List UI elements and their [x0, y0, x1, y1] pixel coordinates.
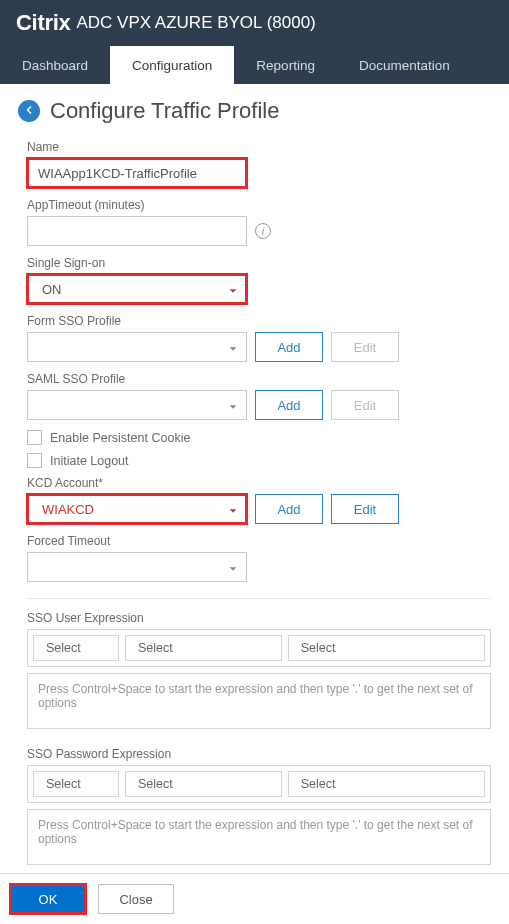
forced-timeout-select[interactable]	[27, 552, 247, 582]
info-icon[interactable]: i	[255, 223, 271, 239]
sso-user-expr-select-2[interactable]: Select	[125, 635, 282, 661]
sso-user-expr-builder: Select Select Select	[27, 629, 491, 667]
sso-value: ON	[42, 282, 62, 297]
samlsso-label: SAML SSO Profile	[27, 372, 491, 386]
chevron-down-icon	[228, 400, 238, 410]
tab-reporting[interactable]: Reporting	[234, 46, 337, 84]
initiate-logout-label: Initiate Logout	[50, 454, 129, 468]
kcd-edit-button[interactable]: Edit	[331, 494, 399, 524]
samlsso-select[interactable]	[27, 390, 247, 420]
kcd-select[interactable]: WIAKCD	[27, 494, 247, 524]
kcd-label: KCD Account*	[27, 476, 491, 490]
sso-pwd-expr-select-1[interactable]: Select	[33, 771, 119, 797]
footer-bar: OK Close	[0, 873, 509, 924]
close-button[interactable]: Close	[98, 884, 174, 914]
sso-pwd-expr-select-3[interactable]: Select	[288, 771, 485, 797]
divider	[27, 598, 491, 599]
persistent-cookie-checkbox[interactable]	[27, 430, 42, 445]
apptimeout-input[interactable]	[27, 216, 247, 246]
initiate-logout-checkbox[interactable]	[27, 453, 42, 468]
arrow-left-icon	[23, 102, 35, 120]
name-input[interactable]	[27, 158, 247, 188]
sso-pwd-expr-textarea[interactable]: Press Control+Space to start the express…	[27, 809, 491, 865]
chevron-down-icon	[228, 504, 238, 514]
page-title: Configure Traffic Profile	[50, 98, 279, 124]
tab-configuration[interactable]: Configuration	[110, 46, 234, 84]
sso-user-expr-select-3[interactable]: Select	[288, 635, 485, 661]
chevron-down-icon	[228, 284, 238, 294]
sso-user-expr-textarea[interactable]: Press Control+Space to start the express…	[27, 673, 491, 729]
app-header: Citrix ADC VPX AZURE BYOL (8000)	[0, 0, 509, 46]
kcd-value: WIAKCD	[42, 502, 94, 517]
sso-select[interactable]: ON	[27, 274, 247, 304]
forced-timeout-label: Forced Timeout	[27, 534, 491, 548]
brand-name: Citrix	[16, 10, 70, 36]
sso-label: Single Sign-on	[27, 256, 491, 270]
formsso-select[interactable]	[27, 332, 247, 362]
product-name: ADC VPX AZURE BYOL (8000)	[76, 13, 315, 33]
samlsso-edit-button: Edit	[331, 390, 399, 420]
sso-pwd-expr-label: SSO Password Expression	[27, 747, 491, 761]
sso-user-expr-select-1[interactable]: Select	[33, 635, 119, 661]
back-button[interactable]	[18, 100, 40, 122]
chevron-down-icon	[228, 562, 238, 572]
kcd-add-button[interactable]: Add	[255, 494, 323, 524]
apptimeout-label: AppTimeout (minutes)	[27, 198, 491, 212]
tab-documentation[interactable]: Documentation	[337, 46, 472, 84]
content-area: Configure Traffic Profile Name AppTimeou…	[0, 84, 509, 865]
formsso-label: Form SSO Profile	[27, 314, 491, 328]
formsso-add-button[interactable]: Add	[255, 332, 323, 362]
formsso-edit-button: Edit	[331, 332, 399, 362]
name-label: Name	[27, 140, 491, 154]
sso-pwd-expr-select-2[interactable]: Select	[125, 771, 282, 797]
ok-button[interactable]: OK	[10, 884, 86, 914]
samlsso-add-button[interactable]: Add	[255, 390, 323, 420]
sso-user-expr-label: SSO User Expression	[27, 611, 491, 625]
main-tabs: Dashboard Configuration Reporting Docume…	[0, 46, 509, 84]
tab-dashboard[interactable]: Dashboard	[0, 46, 110, 84]
persistent-cookie-label: Enable Persistent Cookie	[50, 431, 190, 445]
chevron-down-icon	[228, 342, 238, 352]
sso-pwd-expr-builder: Select Select Select	[27, 765, 491, 803]
